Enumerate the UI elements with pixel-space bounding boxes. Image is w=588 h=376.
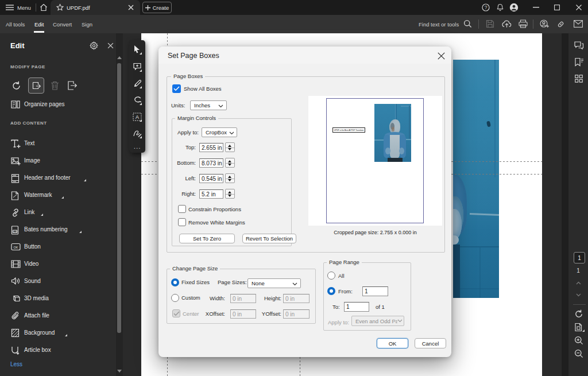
svg-text:?: ? xyxy=(485,5,488,10)
svg-text:123: 123 xyxy=(13,231,17,233)
svg-text:OK: OK xyxy=(14,246,18,249)
svg-text:A: A xyxy=(136,114,139,120)
